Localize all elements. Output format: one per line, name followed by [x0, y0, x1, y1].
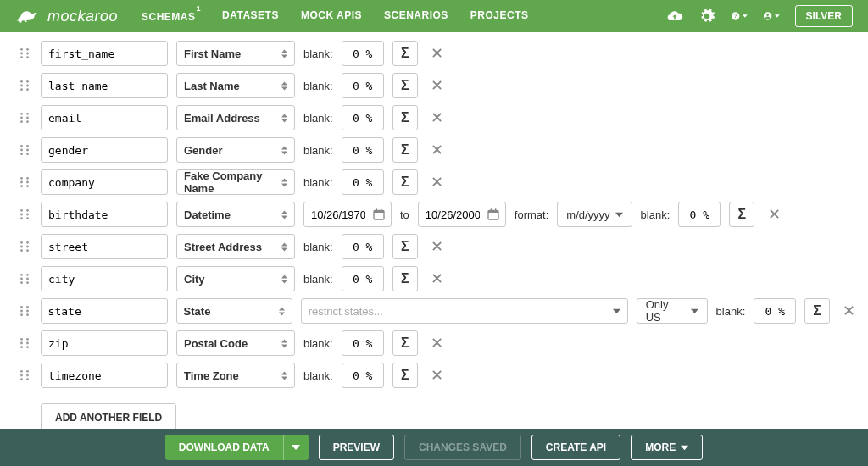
field-type-select[interactable]: Datetime: [176, 202, 295, 227]
preview-button[interactable]: PREVIEW: [319, 435, 394, 460]
download-caret-button[interactable]: [283, 435, 309, 460]
delete-row-button[interactable]: ✕: [426, 332, 448, 354]
nav-projects[interactable]: PROJECTS: [470, 9, 529, 23]
date-format-select[interactable]: m/d/yyyy: [557, 202, 632, 227]
formula-button[interactable]: Σ: [392, 105, 418, 130]
nav-schemas[interactable]: SCHEMAS1: [142, 9, 200, 23]
field-type-select[interactable]: Gender: [176, 137, 295, 163]
svg-point-48: [20, 241, 23, 244]
formula-button[interactable]: Σ: [392, 169, 418, 195]
blank-input[interactable]: [342, 137, 384, 163]
delete-row-button[interactable]: ✕: [426, 75, 448, 97]
drag-handle-icon[interactable]: [17, 336, 32, 351]
formula-button[interactable]: Σ: [392, 330, 418, 356]
svg-point-61: [26, 306, 29, 308]
formula-button[interactable]: Σ: [392, 73, 418, 98]
delete-row-button[interactable]: ✕: [426, 139, 448, 161]
delete-row-button[interactable]: ✕: [838, 300, 860, 322]
svg-point-12: [20, 85, 23, 87]
field-name-input[interactable]: [41, 266, 168, 291]
formula-button[interactable]: Σ: [392, 266, 418, 291]
field-type-select[interactable]: Postal Code: [176, 330, 295, 356]
formula-button[interactable]: Σ: [729, 202, 754, 227]
create-api-button[interactable]: CREATE API: [531, 435, 620, 460]
svg-point-28: [20, 177, 23, 180]
nav-scenarios[interactable]: SCENARIOS: [384, 9, 448, 23]
help-icon[interactable]: ?: [731, 8, 748, 25]
date-to-input[interactable]: [418, 202, 506, 227]
blank-input[interactable]: [342, 363, 384, 388]
drag-handle-icon[interactable]: [17, 207, 32, 222]
blank-input[interactable]: [342, 105, 384, 130]
drag-handle-icon[interactable]: [17, 239, 32, 254]
drag-handle-icon[interactable]: [17, 78, 32, 93]
field-name-input[interactable]: [41, 137, 168, 163]
nav-datasets[interactable]: DATASETS: [222, 9, 279, 23]
gear-icon[interactable]: [698, 8, 715, 25]
svg-point-3: [766, 14, 769, 16]
field-type-select[interactable]: First Name: [176, 41, 295, 66]
drag-handle-icon[interactable]: [17, 175, 32, 190]
delete-row-button[interactable]: ✕: [426, 171, 448, 193]
formula-button[interactable]: Σ: [392, 41, 418, 66]
blank-input[interactable]: [342, 330, 384, 356]
field-name-input[interactable]: [41, 234, 168, 259]
drag-handle-icon[interactable]: [17, 271, 32, 286]
nav-mockapis[interactable]: MOCK APIS: [301, 9, 362, 23]
delete-row-button[interactable]: ✕: [426, 236, 448, 258]
blank-input[interactable]: [342, 169, 384, 195]
download-data-button[interactable]: DOWNLOAD DATA: [165, 435, 283, 460]
formula-button[interactable]: Σ: [804, 298, 829, 324]
blank-input[interactable]: [678, 202, 721, 227]
blank-input[interactable]: [342, 73, 384, 98]
field-type-select[interactable]: Email Address: [176, 105, 295, 130]
restrict-states-select[interactable]: restrict states...: [301, 298, 628, 324]
drag-handle-icon[interactable]: [17, 368, 32, 383]
drag-handle-icon[interactable]: [17, 110, 32, 125]
field-name-input[interactable]: [41, 41, 168, 66]
svg-point-4: [20, 48, 23, 51]
svg-point-22: [20, 145, 23, 147]
delete-row-button[interactable]: ✕: [426, 42, 448, 64]
svg-point-71: [26, 346, 29, 348]
svg-point-66: [20, 338, 23, 341]
field-name-input[interactable]: [41, 169, 168, 195]
svg-point-11: [26, 80, 29, 83]
field-name-input[interactable]: [41, 330, 168, 356]
add-another-field-button[interactable]: ADD ANOTHER FIELD: [41, 403, 176, 429]
drag-handle-icon[interactable]: [17, 46, 32, 61]
field-type-select[interactable]: City: [176, 266, 295, 291]
blank-input[interactable]: [342, 266, 384, 291]
drag-handle-icon[interactable]: [17, 303, 32, 319]
delete-row-button[interactable]: ✕: [426, 268, 448, 290]
field-type-select[interactable]: Fake Company Name: [176, 169, 295, 195]
field-name-input[interactable]: [41, 73, 168, 98]
svg-point-52: [20, 249, 23, 252]
plan-button[interactable]: SILVER: [795, 5, 853, 27]
drag-handle-icon[interactable]: [17, 142, 32, 158]
delete-row-button[interactable]: ✕: [426, 107, 448, 129]
delete-row-button[interactable]: ✕: [763, 203, 785, 225]
more-button[interactable]: MORE: [631, 435, 703, 460]
blank-input[interactable]: [342, 234, 384, 259]
delete-row-button[interactable]: ✕: [426, 364, 448, 386]
field-name-input[interactable]: [41, 363, 168, 388]
field-name-input[interactable]: [41, 298, 168, 324]
field-row: Street Addressblank: Σ ✕: [17, 234, 860, 259]
only-us-select[interactable]: Only US: [637, 298, 708, 324]
field-name-input[interactable]: [41, 105, 168, 130]
account-icon[interactable]: [763, 8, 780, 25]
blank-input[interactable]: [754, 298, 796, 324]
cloud-upload-icon[interactable]: [666, 8, 683, 25]
formula-button[interactable]: Σ: [392, 234, 418, 259]
field-type-select[interactable]: Time Zone: [176, 363, 295, 388]
date-from-input[interactable]: [303, 202, 392, 227]
formula-button[interactable]: Σ: [392, 137, 418, 163]
field-type-select[interactable]: Street Address: [176, 234, 295, 259]
to-label: to: [400, 208, 409, 221]
field-name-input[interactable]: [41, 202, 168, 227]
formula-button[interactable]: Σ: [392, 363, 418, 388]
blank-input[interactable]: [342, 41, 384, 66]
field-type-select[interactable]: Last Name: [176, 73, 295, 98]
field-type-select[interactable]: State: [176, 298, 292, 324]
